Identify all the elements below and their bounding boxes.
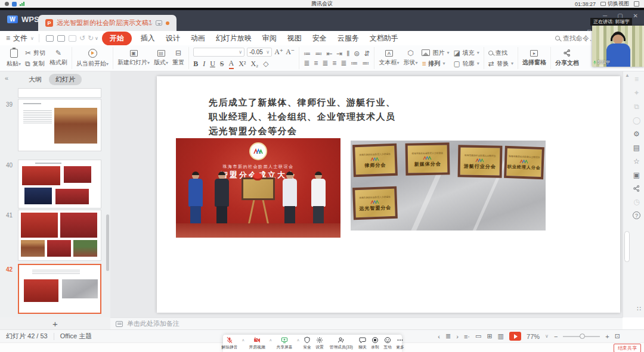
columns-button[interactable]: ⊜ bbox=[354, 50, 360, 57]
prev-slide-button[interactable]: ‹ bbox=[438, 333, 440, 340]
shapes-button[interactable]: ⬡ 形状▾ bbox=[403, 49, 417, 67]
redo-button[interactable]: ↻ bbox=[88, 34, 94, 42]
canvas-scrollbar[interactable] bbox=[624, 231, 630, 262]
notes-toggle-button[interactable]: ≡· bbox=[464, 333, 470, 340]
security-button[interactable]: 安全 bbox=[302, 337, 312, 351]
paste-button[interactable]: 粘贴▾ bbox=[7, 49, 21, 68]
font-size-select[interactable]: -0.05∨ bbox=[247, 48, 272, 57]
tab-doc-assistant[interactable]: 文档助手 bbox=[370, 33, 398, 43]
tab-review[interactable]: 审阅 bbox=[262, 33, 277, 43]
slide-thumbnail-42-selected[interactable] bbox=[18, 264, 101, 314]
chat-button[interactable]: 聊天 bbox=[358, 337, 367, 351]
scroll-up-icon[interactable]: ▲ bbox=[625, 73, 630, 78]
font-name-select[interactable]: ∨ bbox=[193, 48, 244, 57]
slide-42-canvas[interactable]: 先后成立了新媒体、律师行业、游艇行业、 职业经理人、社会组织、企业管理技术人员 … bbox=[157, 76, 620, 313]
mic-options-caret[interactable]: ˄ bbox=[242, 338, 244, 342]
replace-button[interactable]: ⇄替换▾ bbox=[488, 60, 513, 68]
copy-button[interactable]: ⧉复制 bbox=[25, 60, 45, 68]
tab-design[interactable]: 设计 bbox=[166, 33, 180, 43]
clear-format-button[interactable]: ◇ bbox=[263, 60, 268, 67]
tab-animation[interactable]: 动画 bbox=[191, 33, 205, 43]
print-button[interactable] bbox=[57, 35, 65, 42]
slide-thumbnail-41[interactable] bbox=[18, 210, 101, 261]
zoom-slider[interactable] bbox=[563, 336, 600, 337]
share-pane-icon[interactable] bbox=[633, 185, 640, 192]
format-painter-button[interactable]: ✎ 格式刷 bbox=[49, 49, 67, 67]
save-button[interactable] bbox=[46, 35, 54, 42]
strikethrough-button[interactable]: S bbox=[220, 60, 224, 68]
outline-button[interactable]: ▢轮廓▾ bbox=[453, 60, 479, 68]
plaques-photo[interactable]: 珠海市新的社会阶层人士联谊会 律师分会 珠海市新的社会阶层人士联谊会 新媒体分会… bbox=[351, 141, 546, 230]
sorter-view-button[interactable]: ⊞ bbox=[487, 332, 492, 340]
document-tab[interactable]: P 远光智盟新的社会阶层演示文稿1 bbox=[38, 15, 177, 31]
slide-thumbnail-partial[interactable] bbox=[18, 88, 101, 98]
slide-thumbnail-40[interactable] bbox=[18, 160, 101, 208]
indent-more-button[interactable]: ≔ bbox=[351, 60, 358, 67]
quickbar-more-icon[interactable]: ∨ bbox=[95, 36, 98, 41]
shape-pane-icon[interactable]: ◯ bbox=[633, 116, 640, 124]
start-video-button[interactable]: 开启视频 bbox=[247, 337, 267, 351]
fullscreen-icon[interactable] bbox=[634, 1, 639, 7]
ceremony-photo[interactable]: 珠海市新的社会阶层人士联谊会 智盟分会成立大会 bbox=[176, 138, 340, 238]
fill-button[interactable]: ◪填充▾ bbox=[453, 49, 479, 57]
zoom-in-button[interactable]: + bbox=[605, 333, 609, 340]
distribute-button[interactable]: ≣ bbox=[340, 60, 346, 67]
next-slide-button[interactable]: › bbox=[456, 333, 459, 340]
tab-insert[interactable]: 插入 bbox=[141, 33, 155, 43]
tab-cloud[interactable]: 云服务 bbox=[338, 33, 359, 43]
toolbox-icon[interactable]: ▣ bbox=[633, 171, 640, 179]
share-screen-button[interactable]: 共享屏幕 bbox=[275, 337, 294, 351]
tab-security[interactable]: 安全 bbox=[312, 33, 327, 43]
align-center-button[interactable]: ≡ bbox=[314, 60, 318, 67]
object-properties-icon[interactable]: ⚙ bbox=[633, 130, 640, 138]
cut-button[interactable]: ✂剪切 bbox=[25, 49, 45, 57]
add-slide-button[interactable]: + bbox=[52, 319, 58, 329]
webcam-video[interactable]: 郭瑞宇 bbox=[592, 26, 644, 67]
manage-members-button[interactable]: 管理成员(33) bbox=[327, 337, 355, 351]
panel-menu-icon[interactable]: ≡ bbox=[634, 75, 639, 83]
find-button[interactable]: 查找 bbox=[488, 49, 513, 57]
notes-bar[interactable]: 单击此处添加备注 bbox=[110, 317, 623, 329]
play-from-current-button[interactable]: 从当前开始▾ bbox=[76, 49, 109, 68]
zoom-level[interactable]: 77% bbox=[527, 333, 540, 340]
apps-grid-icon[interactable]: ∷ bbox=[637, 305, 641, 313]
normal-view-button[interactable]: ▭ bbox=[475, 332, 481, 340]
end-share-button[interactable]: 结束共享 bbox=[614, 344, 641, 352]
new-tab-button[interactable]: + bbox=[148, 19, 153, 27]
zoom-out-button[interactable]: − bbox=[554, 333, 558, 340]
image-library-icon[interactable]: ▤ bbox=[633, 144, 640, 152]
tab-outline[interactable]: 大纲 bbox=[29, 75, 42, 84]
more-button[interactable]: 更多 bbox=[395, 337, 405, 351]
decrease-font-button[interactable]: A⁻ bbox=[286, 48, 295, 57]
underline-button[interactable]: U bbox=[210, 60, 215, 68]
layout-button[interactable]: ▤ 版式▾ bbox=[154, 50, 168, 67]
tab-home[interactable]: 开始 bbox=[102, 32, 132, 45]
panel-scrollbar[interactable] bbox=[106, 214, 109, 271]
slide-title[interactable]: 先后成立了新媒体、律师行业、游艇行业、 职业经理人、社会组织、企业管理技术人员 … bbox=[209, 95, 396, 138]
bold-button[interactable]: B bbox=[193, 60, 198, 68]
indent-less-button[interactable]: ≕ bbox=[362, 60, 369, 67]
resource-star-icon[interactable]: ☆ bbox=[633, 157, 640, 166]
arrange-button[interactable]: ≡排列▾ bbox=[422, 60, 449, 68]
video-options-caret[interactable]: ˄ bbox=[270, 338, 272, 342]
justify-button[interactable]: ≡ bbox=[332, 60, 336, 67]
superscript-button[interactable]: X² bbox=[239, 60, 246, 68]
file-menu[interactable]: ≡ 文件 ∨ bbox=[6, 33, 34, 43]
collapse-panel-button[interactable]: « bbox=[5, 74, 8, 82]
share-doc-button[interactable]: 分享文档 bbox=[555, 49, 579, 67]
transition-icon[interactable]: ⧉ bbox=[634, 102, 639, 111]
slideshow-play-button[interactable] bbox=[509, 332, 521, 341]
bullet-list-button[interactable]: ≔ bbox=[304, 50, 311, 57]
line-spacing-button[interactable]: ⇵ bbox=[364, 50, 370, 57]
undo-button[interactable]: ↺ bbox=[79, 34, 85, 42]
new-slide-button[interactable]: ▣ 新建幻灯片▾ bbox=[117, 50, 150, 67]
font-color-button[interactable]: A bbox=[229, 59, 234, 69]
zoom-slider-knob[interactable] bbox=[580, 334, 585, 339]
theme-name[interactable]: Office 主题 bbox=[60, 332, 92, 341]
record-button[interactable]: 录制 bbox=[370, 337, 380, 351]
reset-button[interactable]: ⊟ 重置 bbox=[172, 49, 184, 67]
align-left-button[interactable]: ≣ bbox=[304, 60, 309, 67]
fit-slide-button[interactable]: ⊡ bbox=[615, 332, 620, 340]
history-icon[interactable]: ◷ bbox=[633, 198, 639, 206]
help-icon[interactable]: ? bbox=[633, 211, 640, 219]
